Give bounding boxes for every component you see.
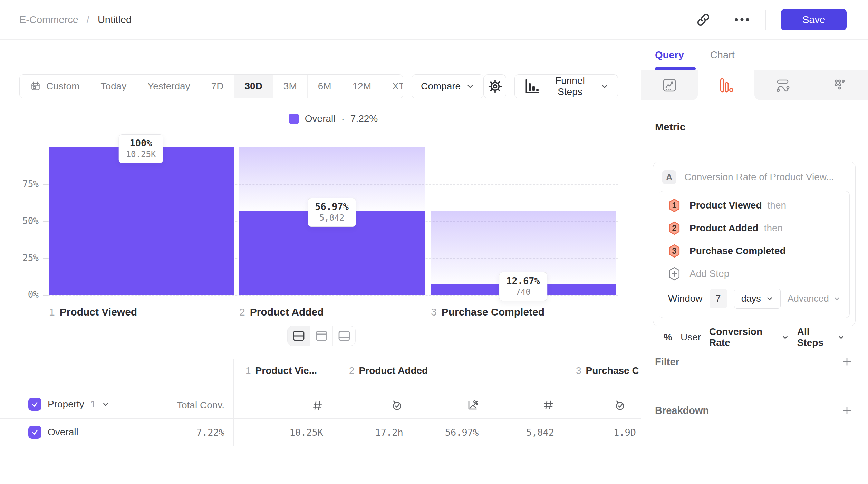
breakdown-section: Breakdown [655,401,853,420]
window-unit-label: days [741,293,761,304]
query-panel: Query Chart [641,40,868,484]
avg-time-metric-header[interactable] [337,399,413,412]
measure-scope-dropdown[interactable]: All Steps [797,326,845,348]
date-range-6m[interactable]: 6M [308,75,342,98]
chart-toolbar: Custom Today Yesterday 7D 30D 3M 6M 12M … [19,74,618,98]
step-badge-number: 1 [668,199,681,212]
chart-legend[interactable]: Overall · 7.22% [48,113,618,124]
tab-chart[interactable]: Chart [710,49,735,61]
breadcrumb-parent[interactable]: E-Commerce [19,14,78,26]
insights-chart-tab[interactable] [641,70,698,100]
dots-grid-icon [832,77,848,93]
total-conv-header[interactable]: Total Conv. [177,400,224,411]
breadcrumb-separator: / [87,14,89,26]
app: E-Commerce / Untitled [0,0,868,484]
date-range-12m[interactable]: 12M [342,75,382,98]
row-total-conv: 7.22% [196,427,224,438]
date-range-yesterday[interactable]: Yesterday [137,75,201,98]
count-metric-header[interactable] [234,400,337,412]
y-axis-tick: 25% [7,253,39,263]
measure-type-dropdown[interactable]: Conversion Rate [709,326,789,348]
flows-chart-tab[interactable] [754,70,811,100]
copy-link-button[interactable] [694,10,713,29]
date-range-today[interactable]: Today [90,75,137,98]
breadcrumb-current[interactable]: Untitled [98,14,132,26]
date-range-xtd[interactable]: XTD [382,75,403,98]
step3-avg-time-value: 1.9D [614,427,636,438]
column-step-number: 3 [576,365,581,376]
chart-only-view-button[interactable] [310,326,333,346]
legend-series: Overall [305,113,336,124]
table-row[interactable]: Overall 7.22% 10.25K 17.2h 56.97% 5,842 … [0,419,641,446]
layout-toggle [287,326,356,346]
date-range-custom[interactable]: Custom [20,75,90,98]
table-only-view-button[interactable] [333,326,355,346]
compare-button[interactable]: Compare [412,74,484,98]
date-range-7d[interactable]: 7D [201,75,234,98]
row-checkbox[interactable] [28,426,41,439]
query-step-2[interactable]: 2 Product Added then [659,217,849,240]
funnel-chart-icon [718,77,734,93]
select-all-checkbox[interactable] [28,398,41,411]
active-tab-underline [655,67,696,70]
visualization-dropdown[interactable]: Funnel Steps [514,74,618,98]
step-name: Product Viewed [60,306,137,318]
funnel-chart-tab[interactable] [698,70,754,100]
funnel-bar-step1[interactable] [49,147,234,295]
measure-entity[interactable]: User [681,332,701,343]
step-name: Purchase Completed [442,306,544,318]
date-range-label: XTD [392,81,403,92]
tab-query[interactable]: Query [655,49,684,61]
filter-heading: Filter [655,356,679,368]
count-metric-header[interactable] [488,399,564,412]
step2-count-value: 5,842 [526,427,554,438]
y-axis-tick: 50% [7,216,39,226]
insights-chart-icon [662,77,677,93]
property-selector-label[interactable]: Property [48,399,84,410]
window-value-input[interactable]: 7 [710,289,727,308]
step2-header-cell: 2 Product Added [337,359,564,418]
advanced-dropdown[interactable]: Advanced [788,293,843,304]
add-filter-button[interactable] [841,356,853,368]
y-axis-tickmark [43,295,48,296]
link-icon [696,12,711,27]
chevron-down-icon [837,333,845,341]
stopwatch-check-icon [614,399,626,412]
step2-avg-time-value: 17.2h [375,427,403,438]
add-step-hexagon-plus-icon [668,267,681,281]
date-range-3m[interactable]: 3M [273,75,308,98]
row-step3-cell: 1.9D [564,419,641,446]
top-panel-view-icon [315,330,328,341]
step-badge-icon: 3 [668,244,681,258]
y-axis-tickmark [43,184,48,185]
row-step2-cell: 17.2h 56.97% 5,842 [337,419,564,446]
percent-symbol: % [664,332,672,343]
plus-icon [841,405,853,416]
segmentation-chart-tab[interactable] [811,70,868,100]
measure-type-label: Conversion Rate [709,326,777,348]
chart-settings-button[interactable] [484,74,506,98]
date-range-30d[interactable]: 30D [234,75,273,98]
conversion-rate-metric-header[interactable] [413,399,489,412]
metric-title-row[interactable]: A Conversion Rate of Product View... [653,162,855,184]
flows-chart-icon [775,77,791,93]
y-axis-tick: 75% [7,179,39,189]
split-view-button[interactable] [288,326,310,346]
calendar-icon [30,81,41,92]
more-options-button[interactable] [732,10,752,29]
window-unit-dropdown[interactable]: days [734,289,781,309]
avg-time-metric-header[interactable] [564,399,641,412]
query-step-3[interactable]: 3 Purchase Completed [659,240,849,262]
step-badge-number: 2 [668,221,681,235]
chevron-down-icon[interactable] [102,400,109,408]
add-step-button[interactable]: Add Step [659,262,849,285]
step-event-name: Product Added [689,223,759,234]
step-number: 2 [239,306,245,318]
step-suffix: then [768,200,787,211]
query-step-1[interactable]: 1 Product Viewed then [659,194,849,217]
save-button[interactable]: Save [781,9,847,30]
filter-section: Filter [655,352,853,371]
x-axis-label-step2: 2 Product Added [239,306,324,318]
legend-dot: · [341,113,344,124]
add-breakdown-button[interactable] [841,405,853,416]
